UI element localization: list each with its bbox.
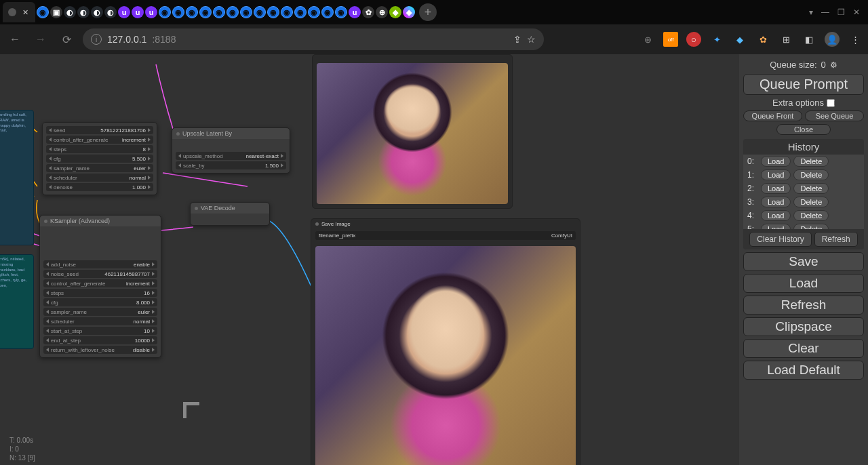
tab-favicon[interactable]: ◐ (104, 6, 117, 18)
maximize-icon[interactable]: ❐ (837, 7, 845, 17)
ext-icon[interactable]: ✦ (709, 32, 724, 47)
ext-icon[interactable]: ○ (686, 32, 701, 47)
prompt-node-negative[interactable]: m5k], ntilated, missing necklace, bad gl… (0, 254, 34, 349)
extra-options-checkbox[interactable]: Extra options (743, 98, 864, 108)
minimize-icon[interactable]: — (821, 7, 829, 17)
tab-favicon[interactable]: ◉ (321, 6, 334, 18)
tab-favicon[interactable]: u (145, 6, 157, 18)
dropdown-icon[interactable]: ▾ (809, 7, 813, 17)
url-input[interactable]: i 127.0.0.1:8188 ⇪ ☆ (83, 28, 544, 50)
ksampler-node[interactable]: seed578122121881706control_after_generat… (42, 122, 157, 195)
forward-button[interactable]: → (31, 30, 50, 49)
tab-favicon[interactable]: ◐ (77, 6, 90, 18)
window-close-icon[interactable]: ✕ (853, 7, 860, 17)
upscale-latent-node[interactable]: Upscale Latent By upscale_methodnearest-… (172, 127, 290, 174)
ksampler-advanced-node[interactable]: KSampler (Advanced) add_noiseenablenoise… (39, 215, 161, 358)
close-button[interactable]: Close (776, 124, 831, 135)
tab-favicon[interactable]: ⊕ (376, 6, 388, 18)
param-row[interactable]: seed578122121881706 (46, 126, 153, 134)
tab-favicon[interactable]: ◉ (335, 6, 347, 18)
see-queue-button[interactable]: See Queue (805, 110, 864, 121)
tab-favicon[interactable]: u (118, 6, 130, 18)
tab-favicon[interactable]: u (349, 6, 361, 18)
param-row[interactable]: steps8 (46, 145, 153, 153)
vae-decode-node[interactable]: VAE Decode (190, 202, 270, 226)
history-load-button[interactable]: Load (761, 210, 791, 221)
reload-button[interactable]: ⟳ (57, 30, 76, 49)
ext-icon[interactable]: off (663, 32, 678, 47)
tab-favicon[interactable]: ◉ (281, 6, 293, 18)
filename-prefix-field[interactable]: filename_prefix ComfyUI (315, 231, 576, 240)
prompt-node-positive[interactable]: smiling hd soft, RAW, urred is happy dol… (0, 110, 34, 245)
param-row[interactable]: sampler_nameeuler (43, 308, 157, 316)
param-row[interactable]: schedulernormal (43, 317, 157, 325)
tab-favicon[interactable]: ◉ (37, 6, 49, 18)
tab-favicon[interactable]: u (132, 6, 144, 18)
clear-button[interactable]: Clear (743, 339, 864, 358)
tab-favicon[interactable]: ✿ (362, 6, 374, 18)
history-delete-button[interactable]: Delete (793, 197, 829, 207)
param-row[interactable]: upscale_methodnearest-exact (176, 152, 286, 160)
history-list[interactable]: 0:LoadDelete1:LoadDelete2:LoadDelete3:Lo… (743, 155, 864, 229)
tab-favicon[interactable]: ◆ (389, 6, 401, 18)
tab-favicon[interactable]: ◉ (267, 6, 279, 18)
tab-favicon[interactable]: ◉ (308, 6, 320, 18)
load-button[interactable]: Load (743, 274, 864, 293)
tab-favicon[interactable]: ▣ (50, 6, 62, 18)
param-row[interactable]: cfg5.500 (46, 155, 153, 163)
tab-favicon[interactable]: ◉ (240, 6, 252, 18)
load-default-button[interactable]: Load Default (743, 361, 864, 380)
history-delete-button[interactable]: Delete (793, 183, 829, 194)
save-button[interactable]: Save (743, 252, 864, 271)
queue-front-button[interactable]: Queue Front (743, 110, 802, 121)
history-delete-button[interactable]: Delete (793, 210, 829, 221)
ext-icon[interactable]: ◆ (732, 32, 747, 47)
history-load-button[interactable]: Load (761, 197, 791, 207)
param-row[interactable]: schedulernormal (46, 174, 153, 182)
param-row[interactable]: control_after_generateincrement (43, 279, 157, 287)
tab-favicon[interactable]: ◉ (213, 6, 225, 18)
profile-icon[interactable]: 👤 (825, 32, 840, 47)
settings-gear-icon[interactable]: ⚙ (830, 60, 837, 70)
param-row[interactable]: control_after_generateincrement (46, 136, 153, 144)
tab-favicon[interactable]: ◆ (403, 6, 415, 18)
history-load-button[interactable]: Load (761, 183, 791, 194)
param-row[interactable]: end_at_step10000 (43, 336, 157, 344)
clipspace-button[interactable]: Clipspace (743, 317, 864, 336)
extensions-icon[interactable]: ⊞ (778, 32, 793, 47)
node-canvas[interactable]: smiling hd soft, RAW, urred is happy dol… (0, 54, 739, 465)
param-row[interactable]: noise_seed462118145887707 (43, 270, 157, 278)
tab-favicon[interactable]: ◉ (294, 6, 307, 18)
ext-icon[interactable]: ✿ (755, 32, 770, 47)
param-row[interactable]: denoise1.000 (46, 183, 153, 191)
sidepanel-icon[interactable]: ◧ (802, 32, 816, 47)
refresh-button[interactable]: Refresh (743, 296, 864, 315)
tab-favicon[interactable]: ◐ (91, 6, 103, 18)
bookmark-icon[interactable]: ☆ (527, 34, 536, 45)
history-delete-button[interactable]: Delete (793, 156, 829, 167)
tab-favicon[interactable]: ◉ (186, 6, 198, 18)
new-tab-button[interactable]: + (419, 3, 437, 21)
refresh-history-button[interactable]: Refresh (814, 232, 858, 247)
queue-prompt-button[interactable]: Queue Prompt (743, 74, 864, 95)
canvas-corner-widget[interactable] (183, 402, 199, 418)
clear-history-button[interactable]: Clear History (749, 232, 811, 247)
param-row[interactable]: start_at_step10 (43, 327, 157, 335)
param-row[interactable]: steps16 (43, 289, 157, 297)
tab-favicon[interactable]: ◉ (226, 6, 239, 18)
share-icon[interactable]: ⇪ (513, 34, 521, 45)
history-delete-button[interactable]: Delete (793, 224, 829, 229)
back-button[interactable]: ← (5, 30, 24, 49)
extra-options-input[interactable] (827, 99, 835, 107)
tab-favicon[interactable]: ◉ (159, 6, 171, 18)
close-icon[interactable]: ✕ (20, 7, 30, 17)
tab-favicon[interactable]: ◉ (172, 6, 184, 18)
active-tab[interactable]: ✕ (3, 2, 35, 22)
param-row[interactable]: sampler_nameeuler (46, 164, 153, 172)
tab-favicon[interactable]: ◉ (199, 6, 212, 18)
preview-image-node[interactable] (312, 54, 513, 209)
history-load-button[interactable]: Load (761, 169, 791, 180)
save-image-node[interactable]: Save Image filename_prefix ComfyUI (311, 218, 580, 465)
history-load-button[interactable]: Load (761, 224, 791, 229)
history-load-button[interactable]: Load (761, 156, 791, 167)
